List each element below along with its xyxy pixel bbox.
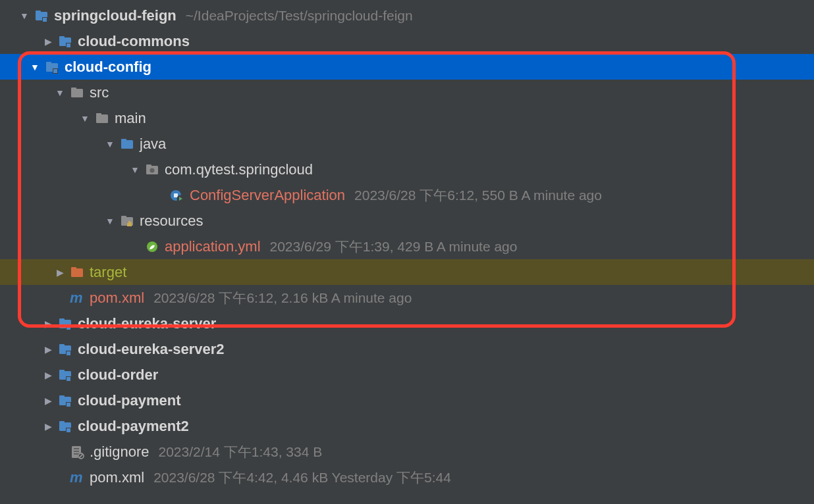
tree-row-pom-root[interactable]: ▶pom.xml2023/6/28 下午4:42, 4.46 kB Yester… [0,465,814,490]
tree-row-java[interactable]: ▼java [0,131,814,157]
chevron-down-icon[interactable]: ▼ [104,139,116,149]
tree-label: cloud-config [65,60,151,74]
tree-label: pom.xml [90,470,144,485]
chevron-right-icon[interactable]: ▶ [54,268,66,277]
tree-label: target [90,265,126,280]
tree-row-package[interactable]: ▼com.qytest.springcloud [0,157,814,182]
tree-label: pom.xml [90,291,144,305]
resfolder-icon [120,214,134,228]
tree-meta: 2023/2/14 下午1:43, 334 B [159,445,323,459]
srcfolder-icon [120,137,134,151]
module-icon [34,9,49,23]
project-tree[interactable]: ▼springcloud-feign~/IdeaProjects/Test/sp… [0,0,814,490]
folder-icon [70,86,84,100]
maven-icon [70,291,84,305]
package-icon [145,163,159,177]
tree-row-pom-config[interactable]: ▶pom.xml2023/6/28 下午6:12, 2.16 kB A minu… [0,285,814,311]
tree-label: .gitignore [90,445,149,459]
tree-row-main[interactable]: ▼main [0,105,814,131]
module-icon [58,342,72,357]
tree-label: cloud-commons [78,34,190,49]
tree-label: cloud-eureka-server [78,316,216,331]
tree-row-cloud-eureka[interactable]: ▶cloud-eureka-server [0,311,814,336]
chevron-right-icon[interactable]: ▶ [42,396,54,405]
tree-row-cloud-config[interactable]: ▼cloud-config [0,54,814,80]
tree-label: springcloud-feign [54,9,176,23]
ignored-icon [70,445,84,459]
tree-row-src[interactable]: ▼src [0,80,814,105]
tree-label: cloud-eureka-server2 [78,342,225,357]
tree-row-resources[interactable]: ▼resources [0,208,814,234]
module-icon [58,316,72,331]
folder-icon [95,111,109,126]
tree-label: cloud-payment [78,393,180,408]
tree-row-root[interactable]: ▼springcloud-feign~/IdeaProjects/Test/sp… [0,3,814,28]
tree-label: com.qytest.springcloud [165,163,313,177]
tree-label: java [140,137,166,151]
springrun-icon [170,188,184,203]
tree-label: cloud-payment2 [78,419,189,434]
tree-label: main [115,111,146,126]
tree-meta: 2023/6/28 下午4:42, 4.46 kB Yesterday 下午5:… [153,470,451,484]
tree-meta: ~/IdeaProjects/Test/springcloud-feign [186,9,413,22]
maven-icon [70,470,84,485]
module-icon [58,34,72,49]
tree-meta: 2023/6/29 下午1:39, 429 B A minute ago [270,239,518,253]
excluded-icon [70,265,84,280]
spring-icon [145,239,159,254]
tree-label: application.yml [165,239,261,254]
chevron-down-icon[interactable]: ▼ [129,165,141,174]
tree-row-cloud-commons[interactable]: ▶cloud-commons [0,28,814,54]
tree-meta: 2023/6/28 下午6:12, 550 B A minute ago [354,188,602,202]
tree-label: src [90,86,109,100]
tree-row-ConfigServerApp[interactable]: ▶ConfigServerApplication2023/6/28 下午6:12… [0,182,814,208]
chevron-down-icon[interactable]: ▼ [79,114,91,123]
module-icon [45,60,59,74]
tree-label: cloud-order [78,368,158,382]
tree-row-cloud-payment2[interactable]: ▶cloud-payment2 [0,413,814,439]
chevron-right-icon[interactable]: ▶ [42,37,54,46]
tree-row-cloud-payment[interactable]: ▶cloud-payment [0,388,814,413]
chevron-right-icon[interactable]: ▶ [42,422,54,431]
chevron-right-icon[interactable]: ▶ [42,370,54,380]
module-icon [58,419,72,434]
chevron-right-icon[interactable]: ▶ [42,319,54,328]
tree-label: resources [140,214,204,228]
module-icon [58,393,72,408]
tree-meta: 2023/6/28 下午6:12, 2.16 kB A minute ago [153,291,412,305]
tree-row-cloud-order[interactable]: ▶cloud-order [0,362,814,388]
chevron-down-icon[interactable]: ▼ [18,11,30,20]
chevron-down-icon[interactable]: ▼ [54,88,66,97]
tree-row-cloud-eureka2[interactable]: ▶cloud-eureka-server2 [0,336,814,362]
chevron-down-icon[interactable]: ▼ [29,63,41,72]
tree-row-target[interactable]: ▶target [0,259,814,285]
tree-row-gitignore[interactable]: ▶.gitignore2023/2/14 下午1:43, 334 B [0,439,814,465]
chevron-down-icon[interactable]: ▼ [104,216,116,226]
tree-label: ConfigServerApplication [190,188,345,203]
tree-row-application-yml[interactable]: ▶application.yml2023/6/29 下午1:39, 429 B … [0,234,814,259]
module-icon [58,368,72,382]
chevron-right-icon[interactable]: ▶ [42,345,54,354]
